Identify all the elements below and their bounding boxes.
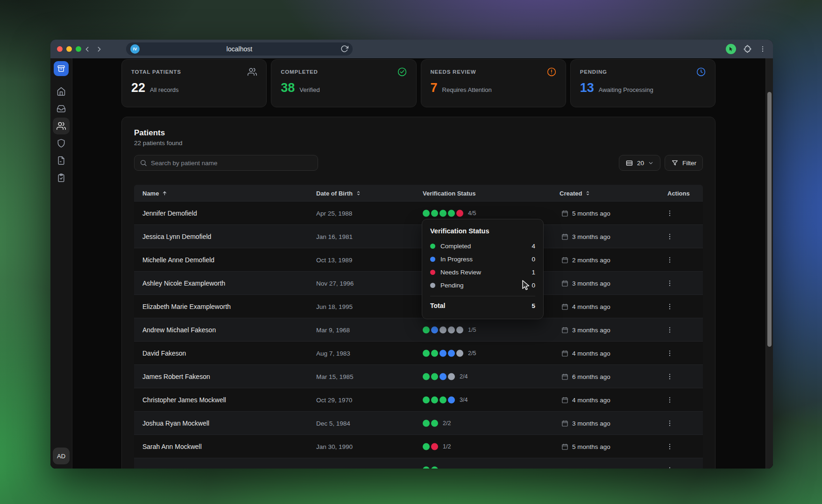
verification-status-cell[interactable]: 2/2	[423, 420, 451, 427]
mouse-cursor	[520, 279, 532, 292]
page-size-button[interactable]: 20	[619, 155, 660, 171]
inbox-icon	[57, 104, 66, 113]
sidebar-item-shield[interactable]	[53, 135, 70, 152]
verification-status-cell[interactable]: 2/5	[423, 350, 476, 357]
verification-status-cell[interactable]: 3/4	[423, 396, 468, 403]
patient-name: Andrew Michael Fakeson	[142, 326, 216, 334]
scrollbar-thumb[interactable]	[767, 92, 772, 347]
patient-name: Christopher James Mockwell	[142, 396, 226, 404]
status-dot-green	[423, 396, 430, 403]
column-header-name[interactable]: Name	[142, 189, 168, 196]
column-header-date-of-birth[interactable]: Date of Birth	[316, 189, 361, 196]
cursor-icon	[728, 46, 734, 52]
home-icon	[57, 87, 66, 96]
clipboard-check-icon	[57, 173, 66, 182]
created-cell: 4 months ago	[561, 396, 610, 403]
row-actions-button[interactable]	[664, 277, 676, 289]
created-cell: 3 months ago	[561, 280, 610, 287]
status-dot-green	[431, 420, 438, 427]
table-row[interactable]: Christopher James MockwellOct 29, 19703/…	[134, 388, 703, 411]
verification-status-cell[interactable]: 1/2	[423, 443, 451, 450]
table-row[interactable]: Joshua Ryan MockwellDec 5, 19842/23 mont…	[134, 411, 703, 434]
sort-asc-icon	[162, 190, 168, 196]
browser-back-button[interactable]	[81, 43, 92, 55]
rows-icon	[625, 159, 633, 167]
table-row[interactable]: Elizabeth Marie ExampleworthJun 18, 1995…	[134, 294, 703, 318]
browser-menu-button[interactable]	[759, 45, 766, 53]
table-row[interactable]: James Robert FakesonMar 15, 19852/46 mon…	[134, 364, 703, 388]
tooltip-total-row: Total 5	[430, 300, 535, 311]
calendar-icon	[561, 326, 568, 333]
sort-icon	[585, 190, 591, 196]
table-row[interactable]: Jessica Lynn DemofieldJan 16, 19813 mont…	[134, 224, 703, 248]
column-header-verification-status: Verification Status	[423, 189, 475, 196]
status-dot-green	[431, 350, 438, 357]
table-row[interactable]	[134, 458, 703, 469]
page-scrollbar[interactable]	[765, 58, 773, 469]
verification-status-cell[interactable]: 2/4	[423, 373, 468, 380]
sidebar-item-home[interactable]	[53, 83, 70, 100]
filter-button[interactable]: Filter	[665, 155, 703, 171]
row-actions-button[interactable]	[664, 207, 676, 219]
user-avatar[interactable]: AD	[53, 448, 70, 464]
patient-dob: Nov 27, 1996	[316, 280, 354, 287]
search-input[interactable]	[151, 160, 312, 167]
minimize-window-button[interactable]	[66, 46, 72, 52]
refresh-button[interactable]	[340, 45, 348, 54]
created-cell: 3 months ago	[561, 420, 610, 427]
sidebar-item-clipboard-check[interactable]	[53, 169, 70, 186]
row-actions-button[interactable]	[664, 371, 676, 383]
status-dot-gray	[456, 350, 463, 357]
calendar-icon	[561, 233, 568, 240]
app-logo-button[interactable]	[54, 61, 69, 76]
row-actions-button[interactable]	[664, 301, 676, 313]
calendar-icon	[561, 443, 568, 450]
created-cell: 4 months ago	[561, 350, 610, 357]
page-title: Patients	[134, 128, 703, 138]
status-dot-green	[423, 350, 430, 357]
status-dot-gray	[448, 326, 455, 333]
patient-dob: Oct 13, 1989	[316, 256, 352, 263]
browser-profile-button[interactable]	[726, 44, 736, 54]
row-actions-button[interactable]	[664, 441, 676, 453]
status-dot-gray	[439, 326, 446, 333]
row-actions-button[interactable]	[664, 464, 676, 469]
status-dot-green	[431, 396, 438, 403]
status-dot-green	[423, 373, 430, 380]
verification-status-cell[interactable]	[423, 466, 438, 469]
row-actions-button[interactable]	[664, 394, 676, 406]
row-actions-button[interactable]	[664, 231, 676, 243]
stat-card-pending: PENDING13Awaiting Processing	[570, 59, 716, 107]
kebab-icon	[666, 303, 673, 310]
browser-window: IV localhost A	[50, 40, 773, 469]
table-row[interactable]: Jennifer DemofieldApr 25, 19884/55 month…	[134, 201, 703, 224]
table-row[interactable]: Ashley Nicole ExampleworthNov 27, 19963 …	[134, 271, 703, 294]
table-row[interactable]: Michelle Anne DemofieldOct 13, 19892 mon…	[134, 248, 703, 271]
table-row[interactable]: Andrew Michael FakesonMar 9, 19681/53 mo…	[134, 318, 703, 341]
users-icon	[248, 67, 257, 77]
table-row[interactable]: David FakesonAug 7, 19832/54 months ago	[134, 341, 703, 364]
address-bar[interactable]: IV localhost	[126, 42, 353, 56]
patient-name: Ashley Nicole Exampleworth	[142, 280, 225, 287]
table-row[interactable]: Sarah Ann MockwellJan 30, 19901/25 month…	[134, 434, 703, 458]
sidebar-item-inbox[interactable]	[53, 100, 70, 117]
column-header-created[interactable]: Created	[560, 189, 591, 196]
row-actions-button[interactable]	[664, 324, 676, 336]
status-count: 2/5	[468, 350, 476, 357]
verification-status-cell[interactable]: 1/5	[423, 326, 476, 333]
row-actions-button[interactable]	[664, 347, 676, 359]
sidebar-item-users[interactable]	[53, 118, 70, 134]
row-actions-button[interactable]	[664, 254, 676, 266]
verification-status-cell[interactable]: 4/5	[423, 210, 476, 217]
status-count: 3/4	[460, 397, 468, 403]
kebab-icon	[666, 420, 673, 427]
sidebar-item-file[interactable]	[53, 152, 70, 169]
row-actions-button[interactable]	[664, 417, 676, 429]
browser-forward-button[interactable]	[93, 43, 105, 55]
extensions-button[interactable]	[743, 45, 752, 54]
status-dot-green	[431, 373, 438, 380]
zoom-window-button[interactable]	[76, 46, 81, 52]
close-window-button[interactable]	[57, 46, 63, 52]
status-dot-green	[431, 466, 438, 469]
status-dot-green	[431, 210, 438, 217]
